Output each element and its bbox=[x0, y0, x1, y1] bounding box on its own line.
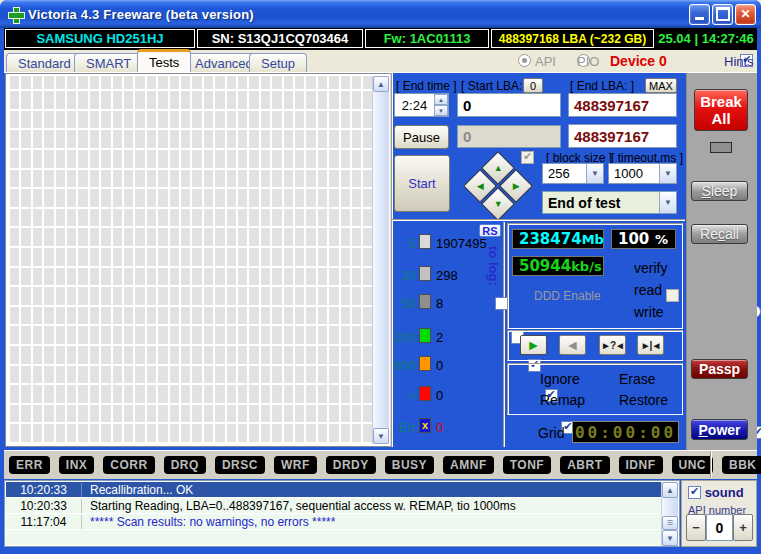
tab-setup[interactable]: Setup bbox=[249, 53, 307, 72]
sound-checkbox[interactable] bbox=[688, 486, 701, 499]
scan-grid[interactable] bbox=[8, 76, 372, 444]
status-badge: DRDY bbox=[326, 456, 376, 474]
legend-count: 8 bbox=[436, 296, 443, 311]
dropdown-arrow-icon[interactable] bbox=[659, 192, 676, 213]
status-badge: WRF bbox=[274, 456, 317, 474]
dropdown-arrow-icon[interactable] bbox=[586, 164, 603, 183]
log-scroll-down-button[interactable] bbox=[662, 530, 678, 546]
timer-display: 00:00:00 bbox=[572, 421, 679, 443]
section-divider bbox=[392, 219, 685, 221]
edge-icon: ►|◄ bbox=[641, 340, 661, 351]
legend-count: 1907495 bbox=[436, 236, 487, 251]
grid-scrollbar[interactable] bbox=[372, 76, 389, 444]
status-badge: CORR bbox=[103, 456, 154, 474]
end-lba-max-button[interactable]: MAX bbox=[645, 78, 677, 93]
mb-display: 238474 Mb bbox=[512, 229, 604, 249]
passp-button[interactable]: Passp bbox=[691, 359, 748, 379]
ddd-enable-checkbox[interactable] bbox=[666, 289, 679, 302]
legend-count: 0 bbox=[436, 358, 443, 373]
seek-button[interactable]: ►?◄ bbox=[599, 335, 626, 355]
maximize-button[interactable] bbox=[712, 4, 733, 25]
status-badge: BUSY bbox=[385, 456, 434, 474]
end-lba-input[interactable]: 488397167 bbox=[568, 93, 677, 117]
status-badge: DRQ bbox=[164, 456, 206, 474]
ignore-label: Ignore bbox=[540, 371, 580, 387]
status-badge: UNC bbox=[672, 456, 714, 474]
status-indicator bbox=[710, 142, 732, 153]
legend-block bbox=[419, 294, 431, 309]
log-row[interactable]: 10:20:33 Starting Reading, LBA=0..488397… bbox=[6, 498, 662, 514]
legend-count: 0 bbox=[436, 420, 443, 435]
arrow-up-icon bbox=[666, 486, 674, 495]
status-badge: ABRT bbox=[560, 456, 609, 474]
end-time-up-button[interactable] bbox=[434, 94, 448, 105]
to-log-checkbox-50[interactable] bbox=[495, 297, 508, 310]
tab-tests[interactable]: Tests bbox=[137, 49, 191, 72]
log-row[interactable] bbox=[6, 530, 662, 546]
end-action-select[interactable]: End of test bbox=[542, 191, 677, 214]
ddd-enable-label: DDD Enable bbox=[534, 289, 601, 303]
log-scroll-thumb[interactable]: ☰ bbox=[662, 516, 678, 530]
scan-grid-panel bbox=[5, 73, 391, 447]
pause-button[interactable]: Pause bbox=[394, 125, 449, 149]
minimize-button[interactable] bbox=[689, 4, 710, 25]
pad-left-icon: ◀ bbox=[477, 181, 484, 191]
legend-block bbox=[419, 356, 431, 371]
api-number-spinner: − 0 + bbox=[686, 514, 753, 541]
api-label: API bbox=[535, 54, 556, 69]
arrow-up-icon bbox=[377, 80, 385, 89]
status-badge: INX bbox=[59, 456, 95, 474]
dropdown-arrow-icon[interactable] bbox=[659, 164, 676, 183]
api-radio[interactable] bbox=[518, 54, 531, 67]
pad-checkbox[interactable] bbox=[521, 151, 534, 164]
drive-info-bar: SAMSUNG HD251HJ SN: S13QJ1CQ703464 Fw: 1… bbox=[4, 28, 757, 50]
end-time-value: 2:24 bbox=[395, 98, 434, 113]
close-button[interactable] bbox=[735, 4, 756, 25]
remap-label: Remap bbox=[540, 392, 585, 408]
log-list[interactable]: 10:20:33 Recallibration... OK 10:20:33 S… bbox=[4, 480, 680, 547]
start-lba-zero-button[interactable]: 0 bbox=[523, 78, 543, 93]
end-lba-current[interactable]: 488397167 bbox=[568, 124, 677, 148]
legend-label: 5 bbox=[392, 236, 416, 251]
spinner-down-icon bbox=[438, 108, 444, 114]
drive-model: SAMSUNG HD251HJ bbox=[5, 29, 195, 48]
status-bar: ERR INX CORR DRQ DRSC WRF DRDY BUSY AMNF… bbox=[4, 450, 757, 479]
log-scrollbar[interactable]: ☰ bbox=[661, 482, 678, 546]
break-all-button[interactable]: BreakAll bbox=[694, 89, 748, 131]
to-log-label: to log: bbox=[486, 246, 501, 286]
edge-button[interactable]: ►|◄ bbox=[637, 335, 664, 355]
end-time-spinner[interactable]: 2:24 bbox=[394, 93, 449, 117]
back-button[interactable]: ◄ bbox=[559, 335, 586, 355]
hints-label: Hints bbox=[724, 54, 754, 69]
api-minus-button[interactable]: − bbox=[686, 514, 706, 541]
status-badge: AMNF bbox=[443, 456, 494, 474]
timeout-select[interactable]: 1000 bbox=[608, 163, 677, 184]
arrow-down-icon bbox=[377, 432, 385, 441]
titlebar[interactable]: Victoria 4.3 Freeware (beta version) bbox=[0, 0, 761, 28]
tab-smart[interactable]: SMART bbox=[74, 53, 143, 72]
seek-icon: ►?◄ bbox=[601, 340, 624, 351]
start-button[interactable]: Start bbox=[394, 155, 450, 212]
scroll-up-button[interactable] bbox=[373, 76, 389, 92]
status-badge: DRSC bbox=[215, 456, 265, 474]
legend-label: 50 bbox=[392, 296, 416, 311]
tab-standard[interactable]: Standard bbox=[6, 53, 83, 72]
play-button[interactable]: ► bbox=[520, 335, 547, 355]
log-row[interactable]: 10:20:33 Recallibration... OK bbox=[6, 482, 662, 498]
legend-count: 0 bbox=[436, 388, 443, 403]
status-badge: IDNF bbox=[619, 456, 663, 474]
log-scroll-up-button[interactable] bbox=[662, 482, 678, 498]
start-lba-input[interactable]: 0 bbox=[457, 93, 561, 117]
recall-button[interactable]: Recall bbox=[691, 224, 748, 244]
restore-label: Restore bbox=[619, 392, 668, 408]
power-button[interactable]: Power bbox=[691, 419, 748, 440]
api-plus-button[interactable]: + bbox=[733, 514, 753, 541]
sleep-button[interactable]: Sleep bbox=[691, 181, 748, 201]
window-title: Victoria 4.3 Freeware (beta version) bbox=[28, 7, 254, 22]
log-row[interactable]: 11:17:04 ***** Scan results: no warnings… bbox=[6, 514, 662, 530]
scroll-down-button[interactable] bbox=[373, 428, 389, 444]
block-size-select[interactable]: 256 bbox=[542, 163, 604, 184]
api-number-value: 0 bbox=[706, 514, 733, 541]
end-time-label: [ End time ] bbox=[396, 79, 457, 93]
end-time-down-button[interactable] bbox=[434, 105, 448, 116]
